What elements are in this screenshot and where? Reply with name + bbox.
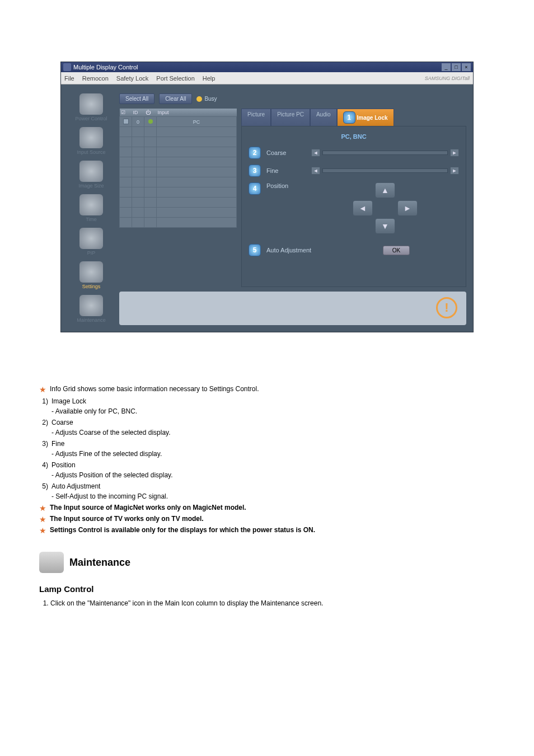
window-controls: _ □ × — [442, 63, 471, 71]
coarse-track[interactable] — [322, 151, 448, 155]
sidebar-label: Time — [86, 217, 97, 222]
sidebar-label: Settings — [82, 284, 101, 289]
doc-note: ★ The Input source of MagicNet works onl… — [39, 504, 495, 513]
tab-picture[interactable]: Picture — [241, 109, 271, 126]
sidebar-item-input-source[interactable]: Input Source — [68, 125, 115, 157]
settings-icon — [79, 261, 103, 283]
list-item: 5) Auto Adjustment — [39, 482, 495, 490]
sidebar-item-maintenance[interactable]: Maintenance — [68, 293, 115, 325]
coarse-increase-button[interactable]: ► — [450, 149, 459, 157]
tab-image-lock[interactable]: 1 Image Lock — [337, 109, 394, 126]
tabs: Picture Picture PC Audio 1 Image Lock — [241, 109, 466, 126]
doc-note: ★ Settings Control is available only for… — [39, 526, 495, 535]
sidebar-label: Power Control — [75, 116, 107, 121]
sidebar-label: Input Source — [77, 149, 105, 155]
maximize-button[interactable]: □ — [452, 63, 461, 71]
table-row[interactable]: 0 PC — [120, 117, 237, 127]
clear-all-button[interactable]: Clear All — [159, 93, 192, 104]
table-row — [120, 218, 237, 228]
minimize-button[interactable]: _ — [442, 63, 451, 71]
table-row — [120, 187, 237, 198]
menubar: File Remocon Safety Lock Port Selection … — [61, 72, 473, 84]
col-power: ⏻ — [144, 109, 157, 117]
cell-input: PC — [157, 117, 237, 127]
content-row: ☑ ID ⏻ Input 0 PC — [119, 109, 466, 287]
coarse-decrease-button[interactable]: ◄ — [311, 149, 320, 157]
sidebar: Power Control Input Source Image Size Ti… — [68, 91, 115, 325]
close-button[interactable]: × — [462, 63, 471, 71]
sidebar-item-settings[interactable]: Settings — [68, 259, 115, 292]
col-id: ID — [132, 109, 144, 117]
panel-heading: PC, BNC — [249, 133, 459, 140]
grid-toolbar: Select All Clear All Busy — [119, 91, 466, 109]
fine-row: 3 Fine ◄ ► — [249, 165, 459, 177]
list-note: - Adjusts Position of the selected displ… — [51, 471, 495, 479]
menu-remocon[interactable]: Remocon — [82, 75, 109, 82]
table-row — [120, 137, 237, 147]
grid-table: ☑ ID ⏻ Input 0 PC — [119, 109, 237, 228]
maintenance-icon — [79, 295, 103, 316]
sidebar-item-time[interactable]: Time — [68, 192, 115, 224]
table-row — [120, 147, 237, 157]
title-text: Multiple Display Control — [73, 64, 138, 71]
app-icon — [63, 63, 71, 71]
menu-help[interactable]: Help — [203, 75, 216, 82]
tab-picture-pc[interactable]: Picture PC — [271, 109, 310, 126]
coarse-row: 2 Coarse ◄ ► — [249, 147, 459, 159]
auto-adjust-ok-button[interactable]: OK — [383, 246, 410, 255]
fine-decrease-button[interactable]: ◄ — [311, 167, 320, 175]
position-left-button[interactable]: ◄ — [353, 200, 373, 216]
list-note: - Adjusts Coarse of the selected display… — [51, 429, 495, 436]
panel-body: PC, BNC 2 Coarse ◄ ► — [241, 126, 466, 287]
sidebar-item-image-size[interactable]: Image Size — [68, 158, 115, 191]
position-down-button[interactable]: ▼ — [375, 218, 395, 234]
busy-indicator: Busy — [196, 96, 217, 102]
note-text: Settings Control is available only for t… — [50, 526, 315, 534]
main-area: Select All Clear All Busy ☑ ID — [119, 91, 466, 325]
fine-track[interactable] — [322, 168, 448, 173]
table-row — [120, 198, 237, 208]
select-all-button[interactable]: Select All — [119, 93, 154, 104]
lamp-control-title: Lamp Control — [39, 584, 495, 594]
coarse-slider: ◄ ► — [311, 149, 459, 157]
sidebar-item-pip[interactable]: PIP — [68, 226, 115, 258]
doc-list: 1) Image Lock - Available only for PC, B… — [39, 397, 495, 500]
doc-note: ★ The Input source of TV works only on T… — [39, 515, 495, 524]
note-text: The Input source of TV works only on TV … — [50, 515, 204, 523]
table-row — [120, 208, 237, 218]
star-icon: ★ — [39, 385, 46, 394]
doc-content: ★ Info Grid shows some basic information… — [0, 349, 534, 630]
busy-label: Busy — [204, 96, 217, 102]
position-up-button[interactable]: ▲ — [375, 182, 395, 198]
menu-file[interactable]: File — [64, 75, 74, 82]
position-right-button[interactable]: ► — [397, 200, 418, 216]
position-label: Position — [266, 182, 306, 189]
note-text: The Input source of MagicNet works only … — [50, 504, 246, 511]
step-item: Click on the "Maintenance" icon in the M… — [50, 599, 495, 607]
tab-audio[interactable]: Audio — [310, 109, 337, 126]
menu-safety-lock[interactable]: Safety Lock — [116, 75, 148, 82]
table-row — [120, 167, 237, 177]
tab-label: Image Lock — [357, 115, 388, 121]
list-item: 3) Fine — [39, 440, 495, 448]
sidebar-item-power-control[interactable]: Power Control — [68, 91, 115, 124]
list-note: - Adjusts Fine of the selected display. — [51, 450, 495, 458]
size-icon — [79, 161, 103, 182]
time-icon — [79, 194, 103, 215]
cell-select[interactable] — [120, 117, 132, 127]
marker-5: 5 — [249, 244, 261, 256]
marker-1: 1 — [343, 111, 355, 124]
marker-3: 3 — [249, 165, 261, 177]
position-row: 4 Position ▲ ◄ ► — [249, 182, 459, 234]
fine-slider: ◄ ► — [311, 167, 459, 175]
input-icon — [79, 127, 103, 148]
list-note: - Self-Adjust to the incoming PC signal. — [51, 492, 495, 500]
table-row — [120, 127, 237, 137]
intro-text: Info Grid shows some basic information n… — [50, 385, 259, 393]
star-icon: ★ — [39, 515, 46, 524]
auto-adjust-row: 5 Auto Adjustment OK — [249, 244, 459, 256]
marker-2: 2 — [249, 147, 261, 159]
menu-port-selection[interactable]: Port Selection — [156, 75, 194, 82]
app-body: Power Control Input Source Image Size Ti… — [61, 84, 473, 332]
fine-increase-button[interactable]: ► — [450, 167, 459, 175]
